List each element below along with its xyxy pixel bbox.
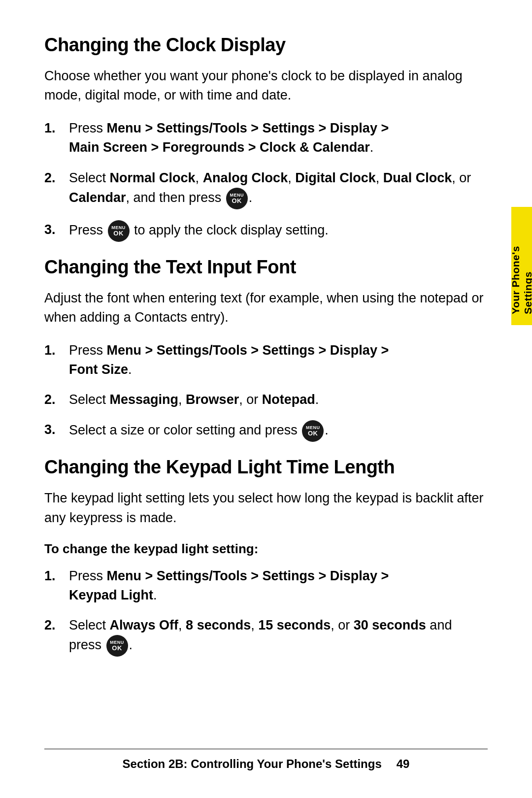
ok-button-icon: MENUOK — [108, 220, 130, 242]
step-content: Press Menu > Settings/Tools > Settings >… — [69, 566, 488, 605]
step-item: 1. Press Menu > Settings/Tools > Setting… — [44, 341, 488, 379]
step-content: Select Messaging, Browser, or Notepad. — [69, 390, 488, 409]
ok-button-icon: MENUOK — [106, 635, 128, 657]
footer-section-text: Section 2B: Controlling Your Phone's Set… — [123, 757, 382, 771]
step-item: 2. Select Messaging, Browser, or Notepad… — [44, 390, 488, 409]
step-number: 3. — [44, 420, 69, 439]
step-number: 1. — [44, 341, 69, 360]
section-title-keypad: Changing the Keypad Light Time Length — [44, 457, 488, 478]
step-content: Select a size or color setting and press… — [69, 420, 488, 442]
ok-button-icon: MENUOK — [226, 188, 248, 209]
section-text-input-font: Changing the Text Input Font Adjust the … — [44, 257, 488, 442]
page-container: Changing the Clock Display Choose whethe… — [0, 0, 532, 798]
section-body-font: Adjust the font when entering text (for … — [44, 289, 488, 327]
step-item: 1. Press Menu > Settings/Tools > Setting… — [44, 119, 488, 157]
step-number: 3. — [44, 220, 69, 239]
section-title-font: Changing the Text Input Font — [44, 257, 488, 278]
section-body-clock: Choose whether you want your phone's clo… — [44, 66, 488, 105]
step-item: 2. Select Normal Clock, Analog Clock, Di… — [44, 168, 488, 209]
footer-page-number: 49 — [397, 757, 410, 771]
step-number: 1. — [44, 119, 69, 138]
step-content: Select Normal Clock, Analog Clock, Digit… — [69, 168, 488, 209]
step-number: 2. — [44, 390, 69, 409]
step-content: Press Menu > Settings/Tools > Settings >… — [69, 341, 488, 379]
sidebar-tab: Your Phone's Settings — [511, 207, 532, 325]
section-clock-display: Changing the Clock Display Choose whethe… — [44, 34, 488, 242]
step-item: 1. Press Menu > Settings/Tools > Setting… — [44, 566, 488, 605]
ok-button-icon: MENUOK — [302, 420, 324, 442]
step-item: 3. Select a size or color setting and pr… — [44, 420, 488, 442]
footer: Section 2B: Controlling Your Phone's Set… — [44, 749, 488, 771]
step-list-clock: 1. Press Menu > Settings/Tools > Setting… — [44, 119, 488, 241]
step-item: 3. Press MENUOK to apply the clock displ… — [44, 220, 488, 242]
section-body-keypad: The keypad light setting lets you select… — [44, 489, 488, 527]
keypad-subheading: To change the keypad light setting: — [44, 541, 488, 557]
section-title-clock: Changing the Clock Display — [44, 34, 488, 56]
step-content: Press Menu > Settings/Tools > Settings >… — [69, 119, 488, 157]
step-item: 2. Select Always Off, 8 seconds, 15 seco… — [44, 616, 488, 657]
step-number: 2. — [44, 616, 69, 635]
step-list-font: 1. Press Menu > Settings/Tools > Setting… — [44, 341, 488, 442]
step-content: Press MENUOK to apply the clock display … — [69, 220, 488, 242]
step-number: 2. — [44, 168, 69, 188]
step-number: 1. — [44, 566, 69, 586]
step-content: Select Always Off, 8 seconds, 15 seconds… — [69, 616, 488, 657]
section-keypad-light: Changing the Keypad Light Time Length Th… — [44, 457, 488, 657]
step-list-keypad: 1. Press Menu > Settings/Tools > Setting… — [44, 566, 488, 657]
